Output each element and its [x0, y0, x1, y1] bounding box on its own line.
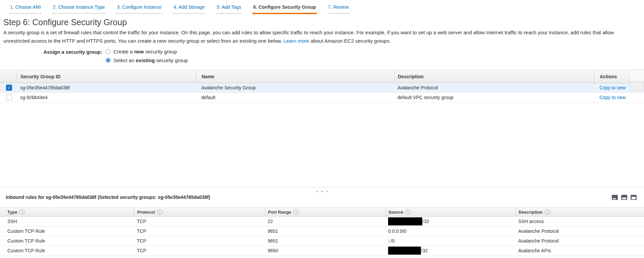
- rule-source-cell: /32: [386, 217, 516, 226]
- security-group-table-header: Security Group IDNameDescriptionActions: [0, 70, 644, 83]
- sg-description-cell: default VPC security group: [394, 93, 594, 102]
- security-group-row[interactable]: ✓sg-05e35e44785da038fAvalanche Security …: [0, 83, 644, 93]
- rule-port-cell: 9650: [265, 246, 386, 255]
- wizard-tab-bar: 1. Choose AMI2. Choose Instance Type3. C…: [0, 0, 644, 14]
- inbound-rules-title: Inbound rules for sg-05e35e44785da038f (…: [6, 195, 210, 200]
- table-scrollbar-thumb[interactable]: [630, 81, 644, 91]
- wizard-tab-3[interactable]: 3. Configure Instance: [116, 4, 162, 14]
- column-header-description[interactable]: Description: [394, 70, 594, 83]
- radio-option-label: Select an existing security group: [113, 57, 188, 63]
- inbound-rule-row: SSHTCP22/32SSH access: [0, 217, 644, 226]
- rule-source-cell: 0.0.0.0/0: [386, 226, 516, 236]
- checkbox-cell: ✓: [0, 83, 16, 92]
- inbound-rules-table: TypeiProtocoliPort RangeiSourceiDescript…: [0, 207, 644, 256]
- rule-source-cell: /32: [386, 246, 516, 255]
- sg-name-cell: Avalanche Security Group: [196, 83, 394, 92]
- radio-create-new-icon[interactable]: [106, 49, 111, 54]
- rule-type-cell: SSH: [0, 217, 133, 226]
- sg-name-cell: default: [196, 93, 394, 102]
- rule-protocol-cell: TCP: [133, 217, 265, 226]
- intro-text: A security group is a set of firewall ru…: [3, 28, 636, 45]
- column-header-protocol: Protocoli: [133, 208, 265, 216]
- rule-type-cell: Custom TCP Rule: [0, 246, 133, 255]
- row-checkbox[interactable]: [6, 94, 12, 100]
- wizard-tab-4[interactable]: 4. Add Storage: [173, 4, 206, 14]
- sg-actions-cell: Copy to new: [594, 93, 630, 102]
- radio-select-existing-icon[interactable]: [106, 58, 111, 63]
- layout-bottom-thin-icon[interactable]: [612, 195, 618, 200]
- content-spacer: [0, 102, 644, 187]
- column-header-label: Protocol: [137, 210, 155, 215]
- column-header-actions[interactable]: Actions: [594, 70, 630, 83]
- info-icon[interactable]: i: [545, 209, 550, 215]
- wizard-tab-6[interactable]: 6. Configure Security Group: [252, 4, 317, 14]
- header-checkbox-spacer: [0, 70, 16, 83]
- assign-options: Create a new security groupSelect an exi…: [106, 48, 188, 66]
- column-header-type: Typei: [0, 208, 133, 216]
- wizard-tab-2[interactable]: 2. Choose Instance Type: [52, 4, 106, 14]
- rule-protocol-cell: TCP: [133, 236, 265, 246]
- split-drag-handle[interactable]: [0, 187, 644, 190]
- intro-after-link: about Amazon EC2 security groups.: [309, 38, 391, 44]
- rule-protocol-cell: TCP: [133, 226, 265, 236]
- copy-to-new-link[interactable]: Copy to new: [599, 95, 626, 100]
- rule-type-cell: Custom TCP Rule: [0, 236, 133, 246]
- column-header-name[interactable]: Name: [196, 70, 394, 83]
- info-icon[interactable]: i: [293, 209, 299, 215]
- radio-option-select-existing[interactable]: Select an existing security group: [106, 57, 188, 63]
- info-icon[interactable]: i: [157, 209, 162, 215]
- inbound-rule-row: Custom TCP RuleTCP9650/32Avalanche APIs: [0, 246, 644, 256]
- sg-id-cell: sg-05e35e44785da038f: [16, 83, 196, 92]
- row-checkbox[interactable]: ✓: [6, 85, 12, 91]
- rule-port-cell: 9651: [265, 236, 386, 246]
- radio-option-create-new[interactable]: Create a new security group: [106, 48, 188, 55]
- inbound-titlebar: Inbound rules for sg-05e35e44785da038f (…: [6, 195, 637, 200]
- rule-description-cell: Avalanche APIs: [516, 246, 644, 255]
- learn-more-link[interactable]: Learn more: [283, 38, 309, 44]
- inbound-table-header: TypeiProtocoliPort RangeiSourceiDescript…: [0, 207, 644, 217]
- inbound-rule-row: Custom TCP RuleTCP96510.0.0.0/0Avalanche…: [0, 226, 644, 236]
- security-group-row[interactable]: sg-92bb44e4defaultdefault VPC security g…: [0, 93, 644, 102]
- view-layout-icons: [612, 195, 637, 200]
- column-header-description: Descriptioni: [516, 208, 644, 216]
- rule-source-cell: ::/0: [386, 236, 516, 246]
- column-header-source: Sourcei: [386, 208, 516, 216]
- rule-protocol-cell: TCP: [133, 246, 265, 255]
- copy-to-new-link[interactable]: Copy to new: [599, 85, 626, 90]
- sg-description-cell: Avalanche Protocol: [394, 83, 594, 92]
- security-group-table: Security Group IDNameDescriptionActions✓…: [0, 70, 644, 102]
- rule-description-cell: Avalanche Protocol: [516, 236, 644, 246]
- redacted-source: [388, 247, 421, 255]
- sg-actions-cell: Copy to new: [594, 83, 630, 92]
- rule-port-cell: 9651: [265, 226, 386, 236]
- info-icon[interactable]: i: [405, 209, 411, 215]
- column-header-label: Description: [519, 210, 543, 215]
- rule-description-cell: Avalanche Protocol: [516, 226, 644, 236]
- layout-bottom-half-icon[interactable]: [631, 195, 637, 200]
- rule-port-cell: 22: [265, 217, 386, 226]
- page-title: Step 6: Configure Security Group: [3, 17, 644, 27]
- layout-bottom-medium-icon[interactable]: [621, 195, 627, 200]
- wizard-tab-1[interactable]: 1. Choose AMI: [9, 4, 42, 14]
- column-header-port-range: Port Rangei: [265, 208, 386, 216]
- info-icon[interactable]: i: [19, 209, 24, 215]
- wizard-tab-7[interactable]: 7. Review: [327, 4, 350, 14]
- wizard-tab-5[interactable]: 5. Add Tags: [216, 4, 242, 14]
- column-header-label: Port Range: [268, 210, 291, 215]
- redacted-source: [388, 217, 422, 225]
- column-header-security-group-id[interactable]: Security Group ID: [16, 70, 196, 83]
- inbound-rule-row: Custom TCP RuleTCP9651::/0Avalanche Prot…: [0, 236, 644, 246]
- checkbox-cell: [0, 93, 16, 102]
- rule-description-cell: SSH access: [516, 217, 644, 226]
- assign-security-group-label: Assign a security group:: [0, 48, 102, 66]
- radio-option-label: Create a new security group: [113, 49, 177, 54]
- assign-security-group-form: Assign a security group: Create a new se…: [0, 48, 644, 66]
- rule-type-cell: Custom TCP Rule: [0, 226, 133, 236]
- column-header-label: Type: [7, 210, 17, 215]
- column-header-label: Source: [388, 210, 403, 215]
- sg-id-cell: sg-92bb44e4: [16, 93, 196, 102]
